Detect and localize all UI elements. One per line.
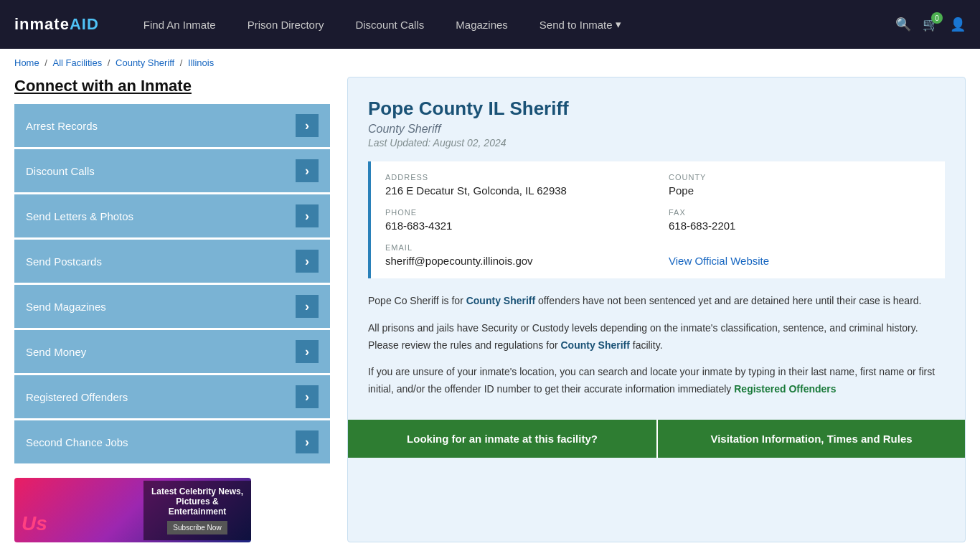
sidebar-title: Connect with an Inmate: [14, 77, 330, 95]
facility-updated: Last Updated: August 02, 2024: [368, 137, 945, 149]
arrow-icon: ›: [296, 430, 319, 453]
looking-for-inmate-button[interactable]: Looking for an inmate at this facility?: [348, 420, 656, 458]
fax-value: 618-683-2201: [669, 220, 930, 232]
breadcrumb-all-facilities[interactable]: All Facilities: [53, 57, 103, 68]
nav-links: Find An Inmate Prison Directory Discount…: [128, 0, 895, 49]
email-field: EMAIL sheriff@popecounty.illinois.gov: [385, 243, 647, 267]
bottom-buttons: Looking for an inmate at this facility? …: [348, 420, 965, 458]
sidebar-item-send-postcards[interactable]: Send Postcards ›: [14, 240, 330, 283]
phone-value: 618-683-4321: [385, 220, 647, 232]
sidebar-item-second-chance-jobs[interactable]: Second Chance Jobs ›: [14, 420, 330, 463]
cart-badge: 0: [931, 12, 943, 24]
email-value: sheriff@popecounty.illinois.gov: [385, 255, 647, 267]
registered-offenders-link[interactable]: Registered Offenders: [734, 383, 836, 395]
website-field: View Official Website: [669, 243, 930, 267]
website-label: [669, 243, 930, 252]
main-nav: inmateAID Find An Inmate Prison Director…: [0, 0, 980, 49]
fax-field: FAX 618-683-2201: [669, 208, 930, 232]
nav-find-inmate[interactable]: Find An Inmate: [128, 0, 232, 49]
sidebar-item-send-magazines[interactable]: Send Magazines ›: [14, 285, 330, 328]
desc-p1: Pope Co Sheriff is for County Sheriff of…: [368, 293, 945, 310]
nav-prison-directory[interactable]: Prison Directory: [232, 0, 340, 49]
address-label: ADDRESS: [385, 173, 647, 182]
arrow-icon: ›: [296, 385, 319, 408]
email-label: EMAIL: [385, 243, 647, 252]
logo[interactable]: inmateAID: [14, 15, 99, 34]
address-field: ADDRESS 216 E Decatur St, Golconda, IL 6…: [385, 173, 647, 197]
arrow-icon: ›: [296, 250, 319, 273]
desc-p3: If you are unsure of your inmate's locat…: [368, 364, 945, 398]
arrow-icon: ›: [296, 159, 319, 182]
dropdown-arrow-icon: ▾: [616, 18, 621, 31]
arrow-icon: ›: [296, 114, 319, 137]
nav-right: 🔍 🛒 0 👤: [895, 17, 966, 32]
nav-magazines[interactable]: Magazines: [440, 0, 524, 49]
visitation-info-button[interactable]: Visitation Information, Times and Rules: [656, 420, 965, 458]
main-container: Connect with an Inmate Arrest Records › …: [0, 77, 980, 551]
nav-send-to-inmate[interactable]: Send to Inmate ▾: [524, 0, 637, 49]
search-icon[interactable]: 🔍: [895, 17, 911, 32]
breadcrumb-home[interactable]: Home: [14, 57, 39, 68]
view-website-link[interactable]: View Official Website: [669, 255, 769, 267]
sidebar: Connect with an Inmate Arrest Records › …: [14, 77, 330, 542]
facility-content: Pope County IL Sheriff County Sheriff La…: [347, 77, 966, 542]
county-sheriff-link-2[interactable]: County Sheriff: [560, 339, 629, 351]
sidebar-item-arrest-records[interactable]: Arrest Records ›: [14, 104, 330, 147]
sidebar-menu: Arrest Records › Discount Calls › Send L…: [14, 104, 330, 463]
fax-label: FAX: [669, 208, 930, 217]
county-value: Pope: [669, 184, 930, 197]
arrow-icon: ›: [296, 295, 319, 318]
county-sheriff-link-1[interactable]: County Sheriff: [466, 295, 535, 306]
user-icon[interactable]: 👤: [950, 17, 966, 32]
facility-title: Pope County IL Sheriff: [368, 98, 945, 120]
breadcrumb-county-sheriff[interactable]: County Sheriff: [116, 57, 174, 68]
sidebar-ad: Us Latest Celebrity News, Pictures & Ent…: [14, 478, 251, 542]
sidebar-item-discount-calls[interactable]: Discount Calls ›: [14, 149, 330, 192]
arrow-icon: ›: [296, 204, 319, 227]
facility-type: County Sheriff: [368, 123, 945, 136]
breadcrumb: Home / All Facilities / County Sheriff /…: [0, 49, 980, 77]
breadcrumb-illinois[interactable]: Illinois: [188, 57, 214, 68]
desc-p2: All prisons and jails have Security or C…: [368, 320, 945, 354]
phone-label: PHONE: [385, 208, 647, 217]
ad-brand-logo: Us: [22, 512, 47, 535]
sidebar-item-send-money[interactable]: Send Money ›: [14, 330, 330, 373]
county-field: COUNTY Pope: [669, 173, 930, 197]
phone-field: PHONE 618-683-4321: [385, 208, 647, 232]
facility-info-box: ADDRESS 216 E Decatur St, Golconda, IL 6…: [368, 161, 945, 278]
address-value: 216 E Decatur St, Golconda, IL 62938: [385, 184, 647, 197]
ad-text: Latest Celebrity News, Pictures & Entert…: [143, 481, 251, 540]
ad-subscribe-button[interactable]: Subscribe Now: [167, 521, 227, 534]
sidebar-item-registered-offenders[interactable]: Registered Offenders ›: [14, 375, 330, 418]
sidebar-item-send-letters[interactable]: Send Letters & Photos ›: [14, 194, 330, 237]
facility-description: Pope Co Sheriff is for County Sheriff of…: [368, 293, 945, 420]
nav-discount-calls[interactable]: Discount Calls: [339, 0, 440, 49]
cart-wrapper[interactable]: 🛒 0: [923, 17, 938, 32]
county-label: COUNTY: [669, 173, 930, 182]
arrow-icon: ›: [296, 340, 319, 363]
